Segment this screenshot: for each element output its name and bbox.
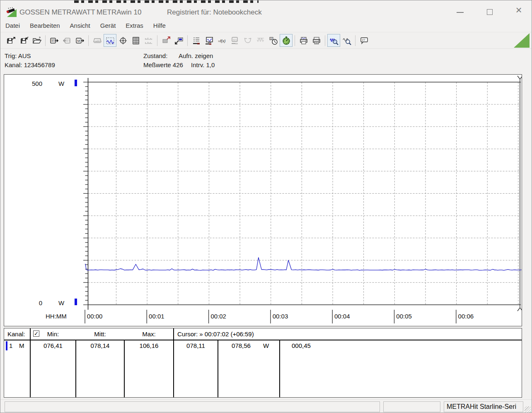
device-monitor-button[interactable] [203,34,215,47]
trigger-status: Trig: AUS [5,52,31,59]
time-config-button[interactable]: 12 [267,34,280,47]
write-device-button: 321 [60,34,73,47]
meter-display-button: 1257 [91,34,104,47]
menu-bar: DateiBearbeitenAnsichtGerätExtrasHilfe [0,20,532,32]
timer-button[interactable] [280,34,293,47]
meter-display-icon: 1257 [93,36,102,45]
row-cursor-a: 078,11 [174,342,218,349]
save-export-icon [7,36,16,45]
zoom-in-button[interactable] [327,34,340,47]
view-table-button[interactable] [129,34,142,47]
chart-panel: 500 W 0 W HH:MM 00:0000:0100:0200:0300:0… [4,74,522,326]
read-memory-icon: M [75,36,85,45]
row-unit: W [263,342,269,349]
read-memory-button[interactable]: M [73,34,86,47]
row-max: 106,16 [125,342,173,349]
statusbar-message-panel [5,401,380,412]
brand-title: GOSSEN METRAWATT [19,8,95,17]
menu-item-gert[interactable]: Gerät [95,20,121,31]
x-tick-label: 00:06 [458,313,474,320]
statusbar-info-panel [383,401,440,412]
view-histogram-icon [144,36,153,45]
formula-icon: =f(x) [218,36,227,45]
timer-icon [282,36,291,45]
view-chart-icon [106,36,115,45]
brand-triangle-icon [513,33,530,48]
time-config-icon: 12 [269,36,278,45]
app-window: GOSSEN METRAWATT METRAwin 10 Registriert… [0,0,532,413]
zoom-out-button[interactable] [340,34,353,47]
svg-text:1257: 1257 [95,39,100,41]
statusbar-device-panel: METRAHit Starline-Seri [444,401,523,412]
print-button[interactable] [310,34,323,47]
x-tick-label: 00:01 [149,313,164,320]
col-max-label: Max: [125,330,173,338]
open-button[interactable] [30,34,43,47]
trigger-continuous-button [254,34,267,47]
export-data-icon [162,36,171,45]
x-tick-label: 00:04 [334,313,350,320]
zoom-out-icon [342,36,351,45]
print-preview-icon [299,36,308,45]
zoom-in-icon [329,36,339,45]
export-data-button[interactable] [160,34,172,47]
toolbar-separator [325,35,325,46]
plot-area[interactable] [4,75,522,326]
channel-status: Kanal: 123456789 [5,61,55,68]
print-preview-button[interactable] [297,34,310,47]
view-xy-button[interactable] [116,34,129,47]
interval-value: Intrv. 1,0 [191,61,215,68]
row-delta: 000,45 [292,342,311,349]
menu-item-datei[interactable]: Datei [0,20,25,31]
toolbar-separator [157,35,157,46]
x-tick-label: 00:02 [210,313,226,320]
save-icon [19,36,29,45]
x-tick-label: 00:03 [273,313,288,320]
svg-text:M: M [77,39,80,42]
app-logo-icon [6,7,17,18]
read-device-icon: 321 [50,36,59,45]
row-mode: M [19,342,24,349]
view-xy-icon [118,36,128,45]
x-tick-label: 00:05 [396,313,412,320]
import-data-button[interactable] [172,34,185,47]
menu-item-extras[interactable]: Extras [121,20,148,31]
view-chart-button[interactable] [104,34,116,47]
toolbar-separator [88,35,89,46]
col-min-label: Min: [31,330,75,338]
measurement-table: Kanal: ✓ Min: Mitt: Max: Cursor: » 00:07… [4,328,522,398]
view-table-icon [131,36,140,45]
trigger-single-icon [243,36,252,45]
toolbar-separator [355,35,355,46]
channel-color-marker [6,341,7,350]
close-button[interactable]: × [513,4,525,14]
svg-text:!/?: !/? [362,39,365,41]
x-tick-label: 00:00 [87,313,103,320]
row-min: 076,41 [31,342,75,349]
col-mitt-label: Mitt: [76,330,124,338]
save-export-button[interactable] [5,34,17,47]
channel-config-button[interactable] [190,34,203,47]
toolbar-separator [45,35,46,46]
resize-grip[interactable] [525,406,531,413]
read-device-button[interactable]: 321 [48,34,60,47]
menu-item-ansicht[interactable]: Ansicht [65,20,95,31]
save-button[interactable] [17,34,30,47]
minimize-button[interactable] [454,9,466,19]
state-value: Aufn. zeigen [179,52,213,59]
menu-item-hilfe[interactable]: Hilfe [148,20,171,31]
svg-text:=f(x): =f(x) [218,39,225,43]
menu-item-bearbeiten[interactable]: Bearbeiten [25,20,65,31]
registration-text: Registriert für: Notebookcheck [167,8,262,17]
trigger-continuous-icon [256,36,265,45]
annotations-button[interactable]: !/? [358,34,370,47]
view-histogram-button [142,34,155,47]
trigger-single-button [241,34,254,47]
maximize-button[interactable] [484,8,496,18]
state-label: Zustand: [143,52,167,59]
col-kanal-label: Kanal: [7,330,25,338]
annotations-icon: !/? [360,36,369,45]
samples-count: Meßwerte 426 [143,61,183,68]
formula-button[interactable]: =f(x) [215,34,228,47]
write-device-icon: 321 [63,36,72,45]
